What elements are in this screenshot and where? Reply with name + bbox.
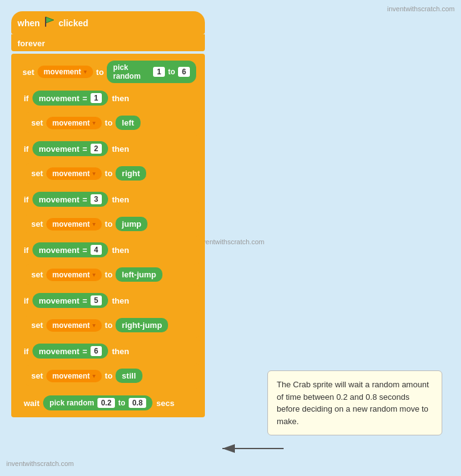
watermark-bottom: inventwithscratch.com bbox=[6, 460, 74, 467]
if-block-1: if movement = 1 then set movement bbox=[17, 87, 201, 136]
cond-5[interactable]: movement = 5 bbox=[32, 293, 108, 308]
set-label: set bbox=[22, 67, 34, 77]
watermark-top: inventwithscratch.com bbox=[387, 5, 455, 12]
cond-2[interactable]: movement = 2 bbox=[32, 141, 108, 156]
when-label: when bbox=[17, 18, 40, 28]
tooltip-text: The Crab sprite will wait a random amoun… bbox=[277, 380, 429, 426]
tooltip-box: The Crab sprite will wait a random amoun… bbox=[267, 370, 442, 435]
mv-var-5[interactable]: movement ▾ bbox=[46, 319, 102, 332]
clicked-label: clicked bbox=[59, 18, 88, 28]
cond-4[interactable]: movement = 4 bbox=[32, 242, 108, 257]
set-block-4[interactable]: set movement ▾ to left-jump bbox=[26, 264, 196, 285]
forever-section: forever set movement ▾ to pick random 1 … bbox=[11, 36, 205, 417]
cond-3[interactable]: movement = 3 bbox=[32, 192, 108, 207]
if-inner-1: set movement ▾ to left bbox=[17, 110, 199, 136]
wait-from: 0.2 bbox=[97, 398, 116, 408]
if-inner-6: set movement ▾ to still bbox=[17, 363, 199, 389]
mv-var-2[interactable]: movement ▾ bbox=[46, 167, 102, 180]
if-header-5[interactable]: if movement = 5 then bbox=[17, 290, 201, 311]
if-block-5: if movement = 5 then set movement bbox=[17, 290, 201, 338]
blocks-area: when clicked forever set movement bbox=[0, 0, 216, 429]
outer-container: set movement ▾ to pick random 1 to 6 bbox=[11, 54, 205, 417]
mv-var-3[interactable]: movement ▾ bbox=[46, 218, 102, 231]
when-clicked-block[interactable]: when clicked bbox=[11, 11, 205, 34]
if-block-2: if movement = 2 then set movement bbox=[17, 138, 201, 186]
set-block-3[interactable]: set movement ▾ to jump bbox=[26, 214, 196, 234]
if-block-3: if movement = 3 then set movement bbox=[17, 189, 201, 237]
val-4: left-jump bbox=[116, 267, 162, 282]
cond-num-1: 1 bbox=[91, 93, 102, 103]
set-block-2[interactable]: set movement ▾ to right bbox=[26, 163, 196, 184]
val-5: right-jump bbox=[116, 318, 168, 332]
cond-6[interactable]: movement = 6 bbox=[32, 344, 108, 359]
cond-num-6: 6 bbox=[91, 346, 102, 356]
set-block-6[interactable]: set movement ▾ to still bbox=[26, 365, 196, 386]
secs-label: secs bbox=[156, 399, 174, 408]
if-block-6: if movement = 6 then set movement bbox=[17, 340, 201, 389]
if-header-6[interactable]: if movement = 6 then bbox=[17, 340, 201, 362]
mv-var-6[interactable]: movement ▾ bbox=[46, 370, 102, 382]
mv-var-4[interactable]: movement ▾ bbox=[46, 269, 102, 281]
dropdown-arrow: ▾ bbox=[84, 69, 87, 75]
mv-var-1[interactable]: movement ▾ bbox=[46, 117, 102, 129]
if-header-2[interactable]: if movement = 2 then bbox=[17, 138, 201, 159]
svg-marker-0 bbox=[46, 17, 54, 23]
pick-random-wait[interactable]: pick random 0.2 to 0.8 bbox=[43, 395, 152, 410]
if-inner-2: set movement ▾ to right bbox=[17, 161, 199, 186]
val-1: left bbox=[116, 116, 141, 130]
val-3: jump bbox=[116, 217, 147, 231]
val-2: right bbox=[116, 166, 146, 181]
if-header-4[interactable]: if movement = 4 then bbox=[17, 239, 201, 260]
set-block-1[interactable]: set movement ▾ to left bbox=[26, 112, 196, 133]
from-val-top: 1 bbox=[153, 67, 165, 77]
svg-rect-1 bbox=[45, 17, 46, 27]
flag-icon bbox=[42, 15, 56, 31]
cond-num-5: 5 bbox=[91, 295, 102, 305]
to-label-top: to bbox=[96, 67, 104, 77]
movement-var-top[interactable]: movement ▾ bbox=[37, 66, 93, 78]
wait-block[interactable]: wait pick random 0.2 to 0.8 secs bbox=[17, 392, 201, 414]
pick-random-top[interactable]: pick random 1 to 6 bbox=[107, 61, 196, 83]
wait-to-val: 0.8 bbox=[129, 398, 147, 408]
cond-num-4: 4 bbox=[91, 245, 102, 255]
if-inner-3: set movement ▾ to jump bbox=[17, 211, 199, 237]
if-header-1[interactable]: if movement = 1 then bbox=[17, 87, 201, 109]
wait-label: wait bbox=[24, 399, 39, 408]
scratch-container: when clicked forever set movement bbox=[6, 6, 210, 422]
if-inner-4: set movement ▾ to left-jump bbox=[17, 262, 199, 287]
if-header-3[interactable]: if movement = 3 then bbox=[17, 189, 201, 210]
cond-num-3: 3 bbox=[91, 194, 102, 204]
cond-1[interactable]: movement = 1 bbox=[32, 91, 108, 106]
set-block-5[interactable]: set movement ▾ to right-jump bbox=[26, 315, 196, 335]
set-top-block[interactable]: set movement ▾ to pick random 1 to 6 bbox=[17, 57, 201, 86]
if-inner-5: set movement ▾ to right-jump bbox=[17, 312, 199, 338]
if-block-4: if movement = 4 then set movement bbox=[17, 239, 201, 287]
cond-num-2: 2 bbox=[91, 144, 102, 154]
val-6: still bbox=[116, 369, 142, 383]
to-val-top: 6 bbox=[178, 67, 190, 77]
